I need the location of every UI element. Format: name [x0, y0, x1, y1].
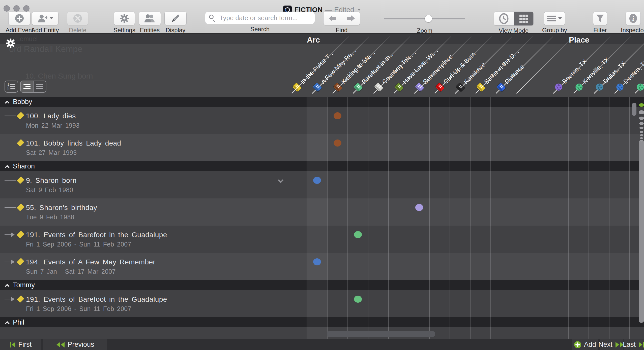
minimap-dot [639, 122, 644, 125]
event-date: Fri 1 Sep 2006 - Sun 11 Feb 2007 [26, 241, 131, 248]
relationship-dot[interactable] [415, 204, 423, 211]
filter-button[interactable] [593, 12, 607, 25]
column-highlight [307, 97, 327, 339]
event-diamond-icon [17, 258, 24, 265]
grid-line [388, 97, 389, 339]
section-name: Bobby [13, 98, 32, 106]
timeline-view-segment[interactable] [494, 12, 514, 25]
find-next-button[interactable] [342, 12, 360, 25]
event-date: Sat 27 Mar 1993 [26, 149, 77, 156]
first-button[interactable]: First [0, 339, 41, 350]
zoom-label: Zoom [417, 27, 432, 34]
add-row-button[interactable]: Add [572, 339, 598, 350]
event-date: Tue 9 Feb 1988 [26, 214, 74, 221]
event-title: 101. Bobby finds Lady dead [26, 139, 121, 147]
find-previous-button[interactable] [324, 12, 342, 25]
funnel-icon [596, 14, 604, 23]
arrow-left-icon [329, 15, 336, 22]
display-button[interactable] [164, 12, 187, 25]
collapse-chevron-icon[interactable] [5, 321, 9, 326]
flat-list-button[interactable] [34, 81, 46, 92]
tree-connector [5, 116, 16, 116]
x-circle-icon [73, 13, 83, 23]
event-title: 191. Events of Barefoot in the Guadalupe [26, 295, 167, 303]
zoom-slider-knob[interactable] [425, 15, 432, 22]
grid-line [307, 97, 307, 339]
grid-line [629, 97, 630, 339]
relationship-dot[interactable] [354, 231, 362, 238]
find-label: Find [336, 27, 348, 34]
zoom-slider[interactable] [384, 12, 465, 26]
minimap-dot [639, 117, 644, 120]
grid-line [511, 97, 511, 339]
grid-line [327, 97, 328, 339]
previous-button[interactable]: Previous [43, 339, 107, 350]
tree-connector [5, 234, 12, 235]
relationship-dot[interactable] [334, 112, 341, 119]
grid-line [609, 97, 609, 339]
paintbrush-icon [170, 13, 181, 24]
collapse-chevron-icon[interactable] [5, 100, 9, 105]
relationship-dot[interactable] [313, 258, 321, 265]
grid-line [490, 97, 491, 339]
place-column-header[interactable] [634, 79, 644, 94]
add-entity-button[interactable] [32, 12, 58, 25]
grid-line [589, 97, 589, 339]
event-title: 194. Events of A Few May Remember [26, 258, 155, 266]
grid-icon [519, 15, 528, 23]
delete-button [67, 12, 88, 25]
event-title: 100. Lady dies [26, 112, 76, 120]
collapse-chevron-icon[interactable] [5, 165, 9, 169]
group-by-label: Group by [542, 27, 567, 34]
grid-line [470, 97, 471, 339]
title-chevron-icon[interactable] [357, 9, 361, 11]
event-diamond-icon [17, 295, 24, 303]
event-title: 9. Sharon born [26, 177, 77, 185]
arrow-connector-icon [11, 297, 15, 301]
skip-last-icon [638, 341, 644, 348]
event-diamond-icon [17, 231, 24, 238]
arrow-connector-icon [11, 260, 15, 264]
group-by-button[interactable] [544, 12, 565, 25]
inspector-button[interactable]: i [626, 12, 641, 25]
arrow-connector-icon [11, 232, 15, 237]
numbered-list-view-button[interactable]: 1 2 3 [5, 81, 18, 93]
vertical-scrollbar-thumb[interactable] [639, 140, 644, 323]
last-button[interactable]: Last [624, 339, 644, 350]
event-diamond-icon [17, 112, 24, 119]
indented-list-button[interactable] [21, 81, 33, 92]
delete-label: Delete [69, 27, 86, 34]
expand-chevron-icon[interactable] [278, 178, 284, 183]
grid-line [347, 97, 348, 339]
section-name: Tommy [13, 281, 35, 289]
app-window: FICTION — Edited Add Event [0, 0, 644, 350]
event-date: Mon 22 Mar 1993 [26, 122, 79, 129]
event-title: 55. Sharon's birthday [26, 204, 97, 212]
flat-list-icon [36, 84, 43, 90]
grid-view-segment[interactable] [514, 12, 533, 25]
grid-line [450, 97, 450, 339]
settings-button[interactable] [114, 12, 135, 25]
event-diamond-icon [17, 176, 24, 184]
settings-label: Settings [113, 27, 135, 34]
tree-connector [5, 207, 16, 208]
horizontal-scrollbar-thumb[interactable] [327, 331, 435, 337]
inspector-label: Inspector [621, 27, 644, 34]
info-circle-icon: i [629, 13, 638, 23]
entities-button[interactable] [139, 12, 161, 25]
view-mode-segmented-control [494, 12, 534, 26]
previous-label: Previous [68, 341, 94, 348]
add-event-button[interactable] [8, 12, 31, 25]
search-input[interactable] [205, 12, 315, 24]
vertical-scrollbar-thumb[interactable] [632, 103, 636, 116]
ghost-text: ord Randall Kempe [9, 44, 82, 54]
collapse-chevron-icon[interactable] [5, 284, 9, 288]
grid-line [368, 97, 368, 339]
chevron-down-icon [558, 17, 562, 19]
next-button[interactable]: Next [600, 339, 623, 350]
relationship-dot[interactable] [334, 139, 341, 147]
relationship-dot[interactable] [313, 177, 321, 184]
skip-first-icon [9, 341, 16, 348]
relationship-dot[interactable] [354, 296, 362, 303]
grid-line [548, 97, 548, 339]
